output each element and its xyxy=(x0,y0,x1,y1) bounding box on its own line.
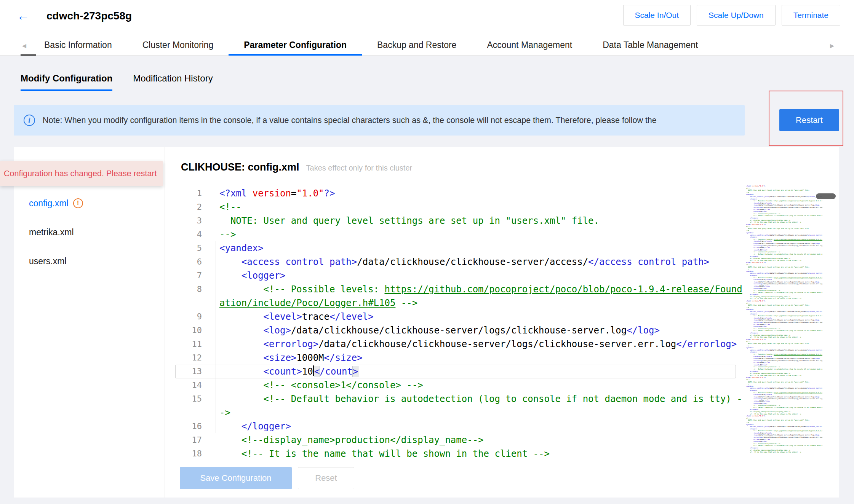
file-name: users.xml xyxy=(29,256,66,266)
scale-in-out-button[interactable]: Scale In/Out xyxy=(623,5,691,26)
code-line-1: 1<?xml version="1.0"?> xyxy=(175,187,736,200)
code-line-13: 13 <count>10</count> xyxy=(175,365,736,378)
code-lines: 1<?xml version="1.0"?>2<!--3 NOTE: User … xyxy=(175,187,736,461)
subtab-modify-configuration[interactable]: Modify Configuration xyxy=(21,73,112,91)
content-area: Modify ConfigurationModification History… xyxy=(0,56,854,504)
line-number: 1 xyxy=(175,187,202,200)
header-actions: Scale In/OutScale Up/DownTerminate xyxy=(623,5,841,26)
restart-tooltip: Configuration has changed. Please restar… xyxy=(0,161,163,186)
tab-scroll-right-icon[interactable]: ▸ xyxy=(830,41,834,51)
file-list: config.xml!metrika.xmlusers.xml xyxy=(14,147,165,498)
file-item-users-xml[interactable]: users.xml xyxy=(14,247,165,276)
save-configuration-button[interactable]: Save Configuration xyxy=(180,467,292,489)
line-number: 4 xyxy=(175,228,202,241)
line-number: 9 xyxy=(175,310,202,324)
tab-data-table-management[interactable]: Data Table Management xyxy=(587,36,713,56)
code-line-7: 7 <logger> xyxy=(175,269,736,282)
editor-header: CLIKHOUSE: config.xml Takes effect only … xyxy=(181,161,412,173)
file-item-config-xml[interactable]: config.xml! xyxy=(14,189,165,218)
line-number: 7 xyxy=(175,269,202,282)
line-number: 6 xyxy=(175,255,202,269)
file-item-metrika-xml[interactable]: metrika.xml xyxy=(14,218,165,247)
line-number: 17 xyxy=(175,433,202,447)
reset-button[interactable]: Reset xyxy=(298,467,354,489)
line-number: 15 xyxy=(175,392,202,419)
warning-icon: ! xyxy=(73,198,83,208)
minimap[interactable]: <?xml version="1.0"?> <!-- NOTE: User an… xyxy=(746,185,822,457)
subtab-bar: Modify ConfigurationModification History xyxy=(21,73,213,91)
line-number: 2 xyxy=(175,200,202,214)
code-editor[interactable]: 1<?xml version="1.0"?>2<!--3 NOTE: User … xyxy=(175,185,839,461)
subtab-modification-history[interactable]: Modification History xyxy=(133,73,213,91)
line-number: 8 xyxy=(175,282,202,310)
back-arrow-icon[interactable]: ← xyxy=(17,8,30,23)
line-number: 14 xyxy=(175,378,202,392)
line-number: 16 xyxy=(175,419,202,433)
tab-backup-and-restore[interactable]: Backup and Restore xyxy=(362,36,472,56)
scrollbar-thumb[interactable] xyxy=(816,193,836,199)
note-banner: i Note: When you modify configuration it… xyxy=(14,105,745,136)
tab-parameter-configuration[interactable]: Parameter Configuration xyxy=(229,36,362,56)
code-line-15: 15 <!-- Default behavior is autodetectio… xyxy=(175,392,736,419)
file-name: config.xml xyxy=(29,198,69,209)
code-line-18: 18 <!-- It is the name that will be show… xyxy=(175,447,736,461)
tab-bar: ◂ Basic InformationCluster MonitoringPar… xyxy=(0,36,854,56)
config-card: config.xml!metrika.xmlusers.xml CLIKHOUS… xyxy=(14,147,839,498)
line-number: 10 xyxy=(175,324,202,337)
line-number: 5 xyxy=(175,241,202,255)
tab-cluster-monitoring[interactable]: Cluster Monitoring xyxy=(127,36,229,56)
code-line-11: 11 <errorlog>/data/clickhouse/clickhouse… xyxy=(175,337,736,351)
tab-basic-information[interactable]: Basic Information xyxy=(29,36,127,56)
scale-up-down-button[interactable]: Scale Up/Down xyxy=(697,5,776,26)
tab-list: Basic InformationCluster MonitoringParam… xyxy=(29,36,713,56)
code-line-9: 9 <level>trace</level> xyxy=(175,310,736,324)
page-title: cdwch-273pc58g xyxy=(46,10,132,22)
code-line-14: 14 <!-- <console>1</console> --> xyxy=(175,378,736,392)
header: ← cdwch-273pc58g Scale In/OutScale Up/Do… xyxy=(0,0,854,36)
line-number: 18 xyxy=(175,447,202,461)
line-number: 11 xyxy=(175,337,202,351)
tab-account-management[interactable]: Account Management xyxy=(472,36,587,56)
indent-guide xyxy=(216,241,216,433)
line-number: 3 xyxy=(175,214,202,228)
code-line-12: 12 <size>1000M</size> xyxy=(175,351,736,365)
code-line-8: 8 <!-- Possible levels: https://github.c… xyxy=(175,282,736,310)
code-line-16: 16 </logger> xyxy=(175,419,736,433)
code-line-10: 10 <log>/data/clickhouse/clickhouse-serv… xyxy=(175,324,736,337)
tab-scroll-left-icon[interactable]: ◂ xyxy=(22,41,26,51)
code-line-3: 3 NOTE: User and query level settings ar… xyxy=(175,214,736,228)
editor-subtitle: Takes effect only for this cluster xyxy=(306,164,413,172)
line-number: 13 xyxy=(175,365,202,378)
info-icon: i xyxy=(24,115,35,126)
restart-button[interactable]: Restart xyxy=(779,109,839,131)
editor-title: CLIKHOUSE: config.xml xyxy=(181,161,299,173)
code-line-5: 5<yandex> xyxy=(175,241,736,255)
code-line-17: 17 <!--display_name>production</display_… xyxy=(175,433,736,447)
code-line-4: 4--> xyxy=(175,228,736,241)
terminate-button[interactable]: Terminate xyxy=(782,5,840,26)
file-name: metrika.xml xyxy=(29,227,74,238)
code-line-2: 2<!-- xyxy=(175,200,736,214)
line-number: 12 xyxy=(175,351,202,365)
code-line-6: 6 <access_control_path>/data/clickhouse/… xyxy=(175,255,736,269)
banner-text: Note: When you modify configuration item… xyxy=(43,116,657,125)
